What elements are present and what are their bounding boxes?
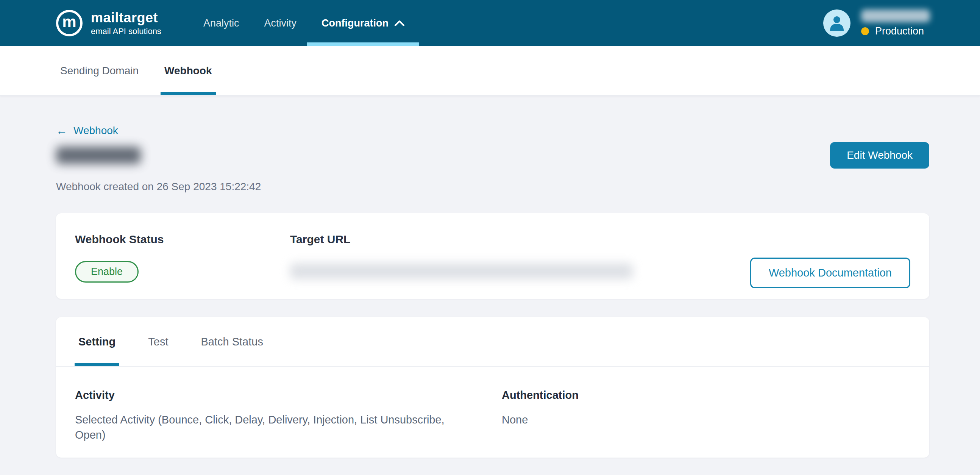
brand-logo-letter: m <box>62 14 76 30</box>
webhook-detail-card: Setting Test Batch Status Activity Selec… <box>56 317 929 457</box>
nav-item-label: Activity <box>264 18 296 29</box>
nav-item-analytic[interactable]: Analytic <box>191 0 252 46</box>
tab-test[interactable]: Test <box>147 317 169 366</box>
redacted-user-name <box>861 10 930 22</box>
environment-indicator: Production <box>861 26 930 37</box>
edit-webhook-button[interactable]: Edit Webhook <box>830 142 929 169</box>
authentication-section: Authentication None <box>502 389 910 442</box>
avatar[interactable] <box>823 10 851 37</box>
tab-sending-domain[interactable]: Sending Domain <box>59 46 139 95</box>
chevron-up-icon <box>395 20 404 26</box>
environment-status-dot <box>861 27 869 35</box>
webhook-documentation-button[interactable]: Webhook Documentation <box>750 258 910 288</box>
detail-tabs: Setting Test Batch Status <box>56 317 929 367</box>
brand-logo[interactable]: m mailtarget email API solutions <box>56 0 161 46</box>
tab-webhook[interactable]: Webhook <box>164 46 212 95</box>
brand-name: mailtarget <box>91 10 161 26</box>
authentication-heading: Authentication <box>502 389 910 402</box>
nav-item-activity[interactable]: Activity <box>251 0 309 46</box>
back-arrow-icon: ← <box>56 125 67 136</box>
user-icon <box>829 15 845 32</box>
webhook-status-section: Webhook Status Enable <box>75 233 290 282</box>
subtab-label: Sending Domain <box>60 65 138 77</box>
brand-tagline: email API solutions <box>91 27 161 37</box>
top-navbar: m mailtarget email API solutions Analyti… <box>0 0 980 46</box>
brand-text: mailtarget email API solutions <box>91 10 161 37</box>
created-timestamp: Webhook created on 26 Sep 2023 15:22:42 <box>56 181 929 193</box>
subtab-label: Webhook <box>164 65 212 77</box>
detail-tab-label: Test <box>148 336 168 348</box>
primary-nav: Analytic Activity Configuration <box>191 0 417 46</box>
redacted-webhook-name <box>56 147 141 164</box>
webhook-status-heading: Webhook Status <box>75 233 290 246</box>
setting-tab-content: Activity Selected Activity (Bounce, Clic… <box>56 367 929 442</box>
target-url-heading: Target URL <box>290 233 750 246</box>
tab-batch-status[interactable]: Batch Status <box>200 317 264 366</box>
user-meta: Production <box>861 10 930 37</box>
webhook-status-card: Webhook Status Enable Target URL Webhook… <box>56 213 929 299</box>
nav-item-label: Configuration <box>321 18 388 29</box>
breadcrumb-back-link[interactable]: ← Webhook <box>56 124 118 137</box>
authentication-value: None <box>502 412 910 427</box>
activity-section: Activity Selected Activity (Bounce, Clic… <box>75 389 502 442</box>
configuration-subnav: Sending Domain Webhook <box>0 46 980 96</box>
environment-label: Production <box>875 26 924 37</box>
nav-item-configuration[interactable]: Configuration <box>309 0 417 46</box>
target-url-section: Target URL <box>290 233 750 279</box>
detail-tab-label: Setting <box>78 336 116 348</box>
status-badge: Enable <box>75 261 138 282</box>
breadcrumb-label: Webhook <box>73 124 118 137</box>
page-header-row: Edit Webhook <box>56 142 929 169</box>
activity-heading: Activity <box>75 389 502 402</box>
main-content: ← Webhook Edit Webhook Webhook created o… <box>0 96 980 457</box>
navbar-user-area: Production <box>823 0 930 46</box>
tab-setting[interactable]: Setting <box>78 317 116 366</box>
detail-tab-label: Batch Status <box>201 336 263 348</box>
brand-logo-icon: m <box>56 10 83 37</box>
activity-value: Selected Activity (Bounce, Click, Delay,… <box>75 412 473 442</box>
redacted-target-url <box>290 263 633 279</box>
nav-item-label: Analytic <box>204 18 239 29</box>
